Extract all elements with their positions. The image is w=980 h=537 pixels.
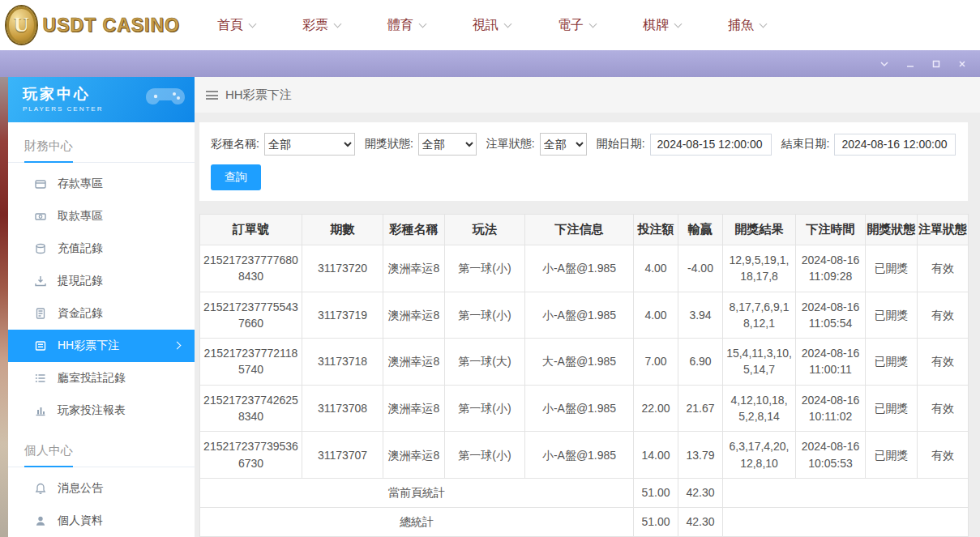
menu-toggle-icon[interactable] xyxy=(206,91,218,100)
cell-bet-info: 小-A盤@1.985 xyxy=(525,432,634,479)
col-bet-time: 下注時間 xyxy=(796,215,866,245)
sidebar-item-label: 資金記錄 xyxy=(58,306,103,321)
start-date-label: 開始日期: xyxy=(597,137,645,151)
cell-amount: 7.00 xyxy=(634,339,678,386)
nav-label: 彩票 xyxy=(302,17,328,34)
window-dropdown-button[interactable] xyxy=(876,56,892,72)
cell-lottery: 澳洲幸运8 xyxy=(383,385,445,432)
screen: U USDT CASINO 首頁 彩票 體育 視訊 電子 xyxy=(0,0,980,537)
col-bet-info: 下注信息 xyxy=(525,215,634,245)
cell-play: 第一球(小) xyxy=(445,292,525,339)
bets-table-panel: 訂單號 期數 彩種名稱 玩法 下注信息 投注額 輸贏 開獎結果 下注時間 開獎狀… xyxy=(199,214,968,537)
summary-empty xyxy=(723,507,969,536)
nav-item-sports[interactable]: 體育 xyxy=(387,17,473,34)
cell-period: 31173720 xyxy=(302,245,383,292)
filter-row: 彩種名稱: 全部 開獎狀態: 全部 注單狀態: 全 xyxy=(211,133,956,156)
cell-period: 31173707 xyxy=(302,432,383,479)
chevron-down-icon xyxy=(419,19,427,28)
chevron-down-icon xyxy=(504,19,512,28)
draw-status-select[interactable]: 全部 xyxy=(418,133,477,156)
sidebar-item-player-bet-report[interactable]: 玩家投注報表 xyxy=(8,394,195,427)
search-button[interactable]: 查詢 xyxy=(211,164,261,190)
sidebar-item-deposit[interactable]: 存款專區 xyxy=(8,168,195,200)
page-summary-row: 當前頁統計 51.00 42.30 xyxy=(200,478,969,507)
window-titlebar xyxy=(0,50,980,77)
site-logo[interactable]: U USDT CASINO xyxy=(0,6,180,44)
nav-item-cards[interactable]: 棋牌 xyxy=(643,17,728,34)
col-bet-status: 注單狀態 xyxy=(918,215,969,245)
nav-item-fishing[interactable]: 捕魚 xyxy=(728,17,813,34)
cell-bet-status: 有效 xyxy=(918,432,969,479)
cell-play: 第一球(小) xyxy=(445,245,525,292)
cell-win: 21.67 xyxy=(678,385,723,432)
bet-status-select[interactable]: 全部 xyxy=(540,133,587,156)
cell-draw-status: 已開獎 xyxy=(866,339,918,386)
sidebar-item-hh-lottery-bets[interactable]: HH彩票下注 xyxy=(8,330,195,362)
user-icon xyxy=(34,514,47,527)
table-row: 2152172377776808430 31173720 澳洲幸运8 第一球(小… xyxy=(200,245,969,292)
sidebar: 玩家中心 PLAYERS CENTER 財務中心 存款專區 xyxy=(8,77,195,537)
nav-label: 視訊 xyxy=(473,17,499,34)
sidebar-item-profile[interactable]: 個人資料 xyxy=(8,505,195,537)
window-close-button[interactable] xyxy=(954,56,970,72)
nav-item-live[interactable]: 視訊 xyxy=(473,17,558,34)
sidebar-item-withdraw[interactable]: 取款專區 xyxy=(8,200,195,232)
chevron-down-icon xyxy=(589,19,597,28)
start-date-input[interactable] xyxy=(650,134,772,156)
cell-order-id: 2152172377721185740 xyxy=(200,339,302,386)
sidebar-item-announcements[interactable]: 消息公告 xyxy=(8,472,195,505)
cell-lottery: 澳洲幸运8 xyxy=(383,339,445,386)
table-row: 2152172377755437660 31173719 澳洲幸运8 第一球(小… xyxy=(200,292,969,339)
cell-lottery: 澳洲幸运8 xyxy=(383,432,445,479)
col-play-type: 玩法 xyxy=(445,215,525,245)
cell-draw-status: 已開獎 xyxy=(866,432,918,479)
gamepad-icon xyxy=(144,83,186,113)
app-body: 玩家中心 PLAYERS CENTER 財務中心 存款專區 xyxy=(0,77,980,537)
cell-period: 31173718 xyxy=(302,339,383,386)
sidebar-item-recharge-record[interactable]: 充值記錄 xyxy=(8,232,195,265)
end-date-input[interactable] xyxy=(834,134,956,156)
sidebar-item-cashout-record[interactable]: 提現記錄 xyxy=(8,265,195,297)
recharge-record-icon xyxy=(34,242,47,255)
nav-label: 首頁 xyxy=(217,17,243,34)
lottery-name-label: 彩種名稱: xyxy=(211,137,259,151)
filter-lottery-name: 彩種名稱: 全部 xyxy=(211,133,355,156)
nav-label: 棋牌 xyxy=(643,17,669,34)
nav-item-home[interactable]: 首頁 xyxy=(217,17,302,34)
minimize-icon xyxy=(905,59,915,69)
deposit-icon xyxy=(34,177,47,190)
filter-panel: 彩種名稱: 全部 開獎狀態: 全部 注單狀態: 全 xyxy=(199,122,968,201)
col-win-loss: 輸贏 xyxy=(678,215,723,245)
nav-item-slots[interactable]: 電子 xyxy=(558,17,643,34)
cell-time: 2024-08-16 10:11:02 xyxy=(796,385,866,432)
sidebar-item-funds-record[interactable]: 資金記錄 xyxy=(8,297,195,330)
summary-win: 42.30 xyxy=(678,507,723,536)
lottery-name-select[interactable]: 全部 xyxy=(264,133,355,156)
filter-bet-status: 注單狀態: 全部 xyxy=(486,133,587,156)
cell-time: 2024-08-16 11:00:11 xyxy=(796,339,866,386)
nav-item-lottery[interactable]: 彩票 xyxy=(302,17,387,34)
chevron-down-icon xyxy=(674,19,683,28)
window-maximize-button[interactable] xyxy=(928,56,944,72)
sidebar-item-label: HH彩票下注 xyxy=(58,339,119,353)
sidebar-item-hall-bet-record[interactable]: 廳室投註記錄 xyxy=(8,362,195,394)
nav-label: 體育 xyxy=(387,17,413,34)
main-content: HH彩票下注 彩種名稱: 全部 開獎狀態: 全部 xyxy=(195,77,980,537)
summary-amount: 51.00 xyxy=(634,478,678,507)
cell-bet-status: 有效 xyxy=(918,292,969,339)
draw-status-label: 開獎狀態: xyxy=(365,137,413,151)
cell-draw-status: 已開獎 xyxy=(866,385,918,432)
cell-result: 15,4,11,3,10,5,14,7 xyxy=(723,339,796,386)
cell-order-id: 2152172377755437660 xyxy=(200,292,302,339)
summary-amount: 51.00 xyxy=(634,507,678,536)
col-period: 期數 xyxy=(302,215,383,245)
cashout-record-icon xyxy=(34,275,47,288)
table-row: 2152172377395366730 31173707 澳洲幸运8 第一球(小… xyxy=(200,432,969,479)
cell-bet-info: 小-A盤@1.985 xyxy=(525,292,634,339)
bell-icon xyxy=(34,482,47,495)
sidebar-header: 玩家中心 PLAYERS CENTER xyxy=(8,77,195,122)
end-date-label: 結束日期: xyxy=(781,137,830,151)
cell-amount: 22.00 xyxy=(634,385,678,432)
window-minimize-button[interactable] xyxy=(902,56,918,72)
cell-result: 6,3,17,4,20,12,8,10 xyxy=(723,432,796,479)
